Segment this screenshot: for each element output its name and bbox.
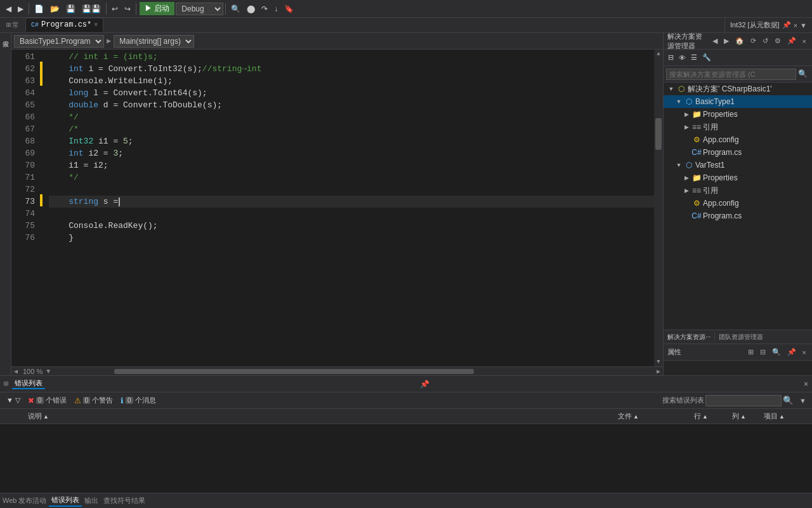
tab-error-list[interactable]: 错误列表 [12,378,45,389]
metadata-close-button[interactable]: × [794,22,797,29]
sol-settings[interactable]: ⚙ [773,36,783,46]
vertical-scrollbar[interactable]: ▲ ▼ [654,50,663,366]
expand-ref-1-icon[interactable]: ▶ [683,123,690,131]
undo-button[interactable]: ↩ [108,3,121,15]
line-sort-icon: ▲ [702,413,708,420]
tree-item-properties-2[interactable]: ▶ 📁 Properties [664,171,812,184]
tab-empty-space [103,18,724,32]
scroll-right-button[interactable]: ▶ [654,367,663,376]
left-sidebar-label[interactable]: 搜索 [0,33,11,38]
tab-find-symbol[interactable]: 查找符号结果 [101,496,148,505]
error-filter-errors[interactable]: ✖ 0 个错误 [25,395,69,406]
save-button[interactable]: 💾 [63,3,79,15]
error-filter-messages[interactable]: ℹ 0 个消息 [118,395,159,406]
step-into-button[interactable]: ↓ [271,3,281,15]
save-all-button[interactable]: 💾💾 [79,3,104,15]
expand-properties-1-icon[interactable]: ▶ [683,110,690,118]
sol-filter[interactable]: ☰ [689,52,699,63]
sol-close[interactable]: × [801,37,808,46]
step-over-button[interactable]: ↷ [258,3,271,15]
horizontal-scrollbar[interactable]: ◀ 100 % ▼ ▶ [11,366,663,375]
forward-button[interactable]: ▶ [15,3,27,15]
expand-solution-icon[interactable]: ▼ [667,85,675,93]
scroll-left-button[interactable]: ◀ [11,367,20,376]
sol-show-all[interactable]: 👁 [677,53,688,63]
search-button[interactable]: 🔍 [228,3,244,15]
debug-start-button[interactable]: ▶ 启动 [140,2,174,15]
tree-item-solution[interactable]: ▼ ⬡ 解决方案' CSharpBasic1' [664,83,812,95]
properties-grid-btn[interactable]: ⊞ [746,347,756,357]
expand-properties-2-icon[interactable]: ▶ [683,174,690,182]
tree-item-ref-2[interactable]: ▶ ≡≡ 引用 [664,184,812,197]
error-panel-close-button[interactable]: × [804,380,808,389]
tree-item-appconfig-1[interactable]: ⚙ App.config [664,133,812,146]
breakpoint-button[interactable]: ⬤ [244,3,258,15]
h-scrollbar-thumb[interactable] [114,369,475,374]
error-panel-pin-button[interactable]: 📌 [420,380,429,389]
col-header-project[interactable]: 项目 ▲ [761,411,812,421]
metadata-dropdown-button[interactable]: ▼ [800,22,807,29]
col-header-line[interactable]: 行 ▲ [691,411,730,421]
h-scrollbar-track[interactable] [54,369,654,374]
expand-vartest1-icon[interactable]: ▼ [675,161,683,169]
expand-basictype1-icon[interactable]: ▼ [675,98,683,105]
breadcrumb-method-select[interactable]: Main(string[] args) [114,35,194,48]
sol-nav-back[interactable]: ◀ [710,36,719,46]
scroll-down-button[interactable]: ▼ [654,358,663,366]
properties-sort-btn[interactable]: ⊟ [758,347,768,357]
tree-item-programcs-2[interactable]: C# Program.cs [664,210,812,222]
sol-home[interactable]: 🏠 [733,36,746,46]
new-file-button[interactable]: 📄 [31,3,47,15]
metadata-pin-button[interactable]: 📌 [782,21,791,29]
solution-icon[interactable]: ⊞ [6,20,11,30]
scroll-up-button[interactable]: ▲ [654,50,663,58]
tree-item-ref-1[interactable]: ▶ ≡≡ 引用 [664,121,812,133]
properties-pin-btn[interactable]: 📌 [785,347,798,357]
sol-sync[interactable]: ⟳ [749,36,758,46]
tab-team-explorer[interactable]: 团队资源管理器 [715,333,767,342]
tab-solution-explorer[interactable]: 解决方案资源··· [664,333,715,342]
col-header-file[interactable]: 文件 ▲ [615,411,691,421]
redo-button[interactable]: ↪ [121,3,134,15]
solution-search-icon[interactable]: 🔍 [796,69,809,79]
error-search-button[interactable]: 🔍 [783,396,794,405]
zoom-dropdown-button[interactable]: ▼ [45,368,51,375]
sol-refresh[interactable]: ↺ [761,36,770,46]
tree-item-vartest1[interactable]: ▼ ⬡ VarTest1 [664,159,812,171]
error-search-input[interactable] [705,395,782,406]
tab-errors[interactable]: 错误列表 [49,495,82,507]
line-61: 61 [11,51,35,63]
bookmark-button[interactable]: 🔖 [281,3,297,15]
sol-pin[interactable]: 📌 [785,36,798,46]
tree-item-properties-1[interactable]: ▶ 📁 Properties [664,108,812,121]
code-editor[interactable]: // int i = (int)s; int i = Convert.ToInt… [43,50,654,366]
tree-item-programcs-1[interactable]: C# Program.cs [664,146,812,159]
line-76: 76 [11,232,35,244]
error-panel-resize-icon[interactable]: ⊞ [4,379,8,389]
tab-web-publish[interactable]: Web 发布活动 [0,496,49,505]
expand-ref-2-icon[interactable]: ▶ [683,187,690,194]
debug-mode-select[interactable]: Debug Release [176,3,223,15]
scrollbar-track[interactable] [654,58,663,358]
back-button[interactable]: ◀ [3,3,15,15]
sol-properties[interactable]: 🔧 [700,52,713,63]
open-button[interactable]: 📂 [47,3,63,15]
tab-program-cs[interactable]: C# Program.cs* × [25,18,103,32]
properties-search-btn[interactable]: 🔍 [770,347,783,357]
col-header-column[interactable]: 列 ▲ [730,411,761,421]
error-filter-warnings[interactable]: ⚠ 0 个警告 [72,395,116,406]
tree-item-appconfig-2[interactable]: ⚙ App.config [664,197,812,210]
error-toolbar-dropdown[interactable]: ▼ [797,396,808,405]
col-header-description[interactable]: 说明 ▲ [25,411,615,421]
tab-output[interactable]: 输出 [82,496,101,505]
solution-search-input[interactable] [666,69,796,80]
breadcrumb-class-select[interactable]: BasicType1.Program [14,35,104,48]
sol-collapse-all[interactable]: ⊟ [666,52,676,63]
sol-nav-forward[interactable]: ▶ [722,36,731,46]
error-filter-dropdown[interactable]: ▼ ▽ [4,396,23,405]
code-line-61: // int i = (int)s; [49,51,654,63]
tab-close-button[interactable]: × [94,22,98,29]
properties-close-btn[interactable]: × [801,348,808,357]
scrollbar-thumb[interactable] [655,118,662,150]
tree-item-basictype1[interactable]: ▼ ⬡ BasicType1 [664,95,812,108]
